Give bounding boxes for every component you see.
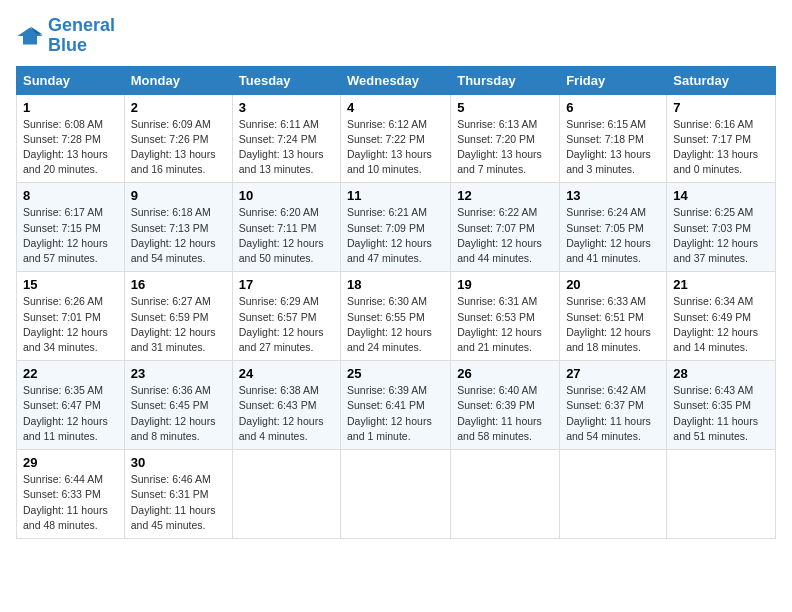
calendar-week-row: 15 Sunrise: 6:26 AM Sunset: 7:01 PM Dayl… [17,272,776,361]
calendar-week-row: 1 Sunrise: 6:08 AM Sunset: 7:28 PM Dayli… [17,94,776,183]
day-number: 25 [347,366,444,381]
logo-text: GeneralBlue [48,16,115,56]
day-number: 29 [23,455,118,470]
day-number: 14 [673,188,769,203]
day-number: 12 [457,188,553,203]
day-number: 6 [566,100,660,115]
day-number: 23 [131,366,226,381]
day-number: 30 [131,455,226,470]
day-detail: Sunrise: 6:34 AM Sunset: 6:49 PM Dayligh… [673,294,769,355]
calendar-week-row: 29 Sunrise: 6:44 AM Sunset: 6:33 PM Dayl… [17,450,776,539]
calendar-cell: 24 Sunrise: 6:38 AM Sunset: 6:43 PM Dayl… [232,361,340,450]
day-detail: Sunrise: 6:25 AM Sunset: 7:03 PM Dayligh… [673,205,769,266]
day-detail: Sunrise: 6:08 AM Sunset: 7:28 PM Dayligh… [23,117,118,178]
day-number: 20 [566,277,660,292]
day-number: 3 [239,100,334,115]
calendar-cell: 4 Sunrise: 6:12 AM Sunset: 7:22 PM Dayli… [341,94,451,183]
day-detail: Sunrise: 6:36 AM Sunset: 6:45 PM Dayligh… [131,383,226,444]
calendar-week-row: 8 Sunrise: 6:17 AM Sunset: 7:15 PM Dayli… [17,183,776,272]
calendar-cell: 20 Sunrise: 6:33 AM Sunset: 6:51 PM Dayl… [560,272,667,361]
calendar-cell: 14 Sunrise: 6:25 AM Sunset: 7:03 PM Dayl… [667,183,776,272]
day-number: 18 [347,277,444,292]
day-detail: Sunrise: 6:42 AM Sunset: 6:37 PM Dayligh… [566,383,660,444]
calendar-cell [667,450,776,539]
day-detail: Sunrise: 6:39 AM Sunset: 6:41 PM Dayligh… [347,383,444,444]
page-header: GeneralBlue [16,16,776,56]
calendar-cell: 3 Sunrise: 6:11 AM Sunset: 7:24 PM Dayli… [232,94,340,183]
calendar-cell: 11 Sunrise: 6:21 AM Sunset: 7:09 PM Dayl… [341,183,451,272]
calendar-cell [341,450,451,539]
day-detail: Sunrise: 6:43 AM Sunset: 6:35 PM Dayligh… [673,383,769,444]
day-number: 22 [23,366,118,381]
calendar-cell: 17 Sunrise: 6:29 AM Sunset: 6:57 PM Dayl… [232,272,340,361]
day-detail: Sunrise: 6:26 AM Sunset: 7:01 PM Dayligh… [23,294,118,355]
calendar-cell: 6 Sunrise: 6:15 AM Sunset: 7:18 PM Dayli… [560,94,667,183]
header-wednesday: Wednesday [341,66,451,94]
calendar-cell: 2 Sunrise: 6:09 AM Sunset: 7:26 PM Dayli… [124,94,232,183]
day-detail: Sunrise: 6:22 AM Sunset: 7:07 PM Dayligh… [457,205,553,266]
day-detail: Sunrise: 6:38 AM Sunset: 6:43 PM Dayligh… [239,383,334,444]
day-number: 1 [23,100,118,115]
calendar-cell: 18 Sunrise: 6:30 AM Sunset: 6:55 PM Dayl… [341,272,451,361]
day-detail: Sunrise: 6:46 AM Sunset: 6:31 PM Dayligh… [131,472,226,533]
day-number: 4 [347,100,444,115]
day-detail: Sunrise: 6:15 AM Sunset: 7:18 PM Dayligh… [566,117,660,178]
day-number: 27 [566,366,660,381]
calendar-week-row: 22 Sunrise: 6:35 AM Sunset: 6:47 PM Dayl… [17,361,776,450]
day-detail: Sunrise: 6:31 AM Sunset: 6:53 PM Dayligh… [457,294,553,355]
calendar-cell: 19 Sunrise: 6:31 AM Sunset: 6:53 PM Dayl… [451,272,560,361]
calendar-cell: 26 Sunrise: 6:40 AM Sunset: 6:39 PM Dayl… [451,361,560,450]
header-friday: Friday [560,66,667,94]
day-detail: Sunrise: 6:30 AM Sunset: 6:55 PM Dayligh… [347,294,444,355]
day-number: 13 [566,188,660,203]
day-number: 5 [457,100,553,115]
calendar-cell: 21 Sunrise: 6:34 AM Sunset: 6:49 PM Dayl… [667,272,776,361]
calendar-cell: 23 Sunrise: 6:36 AM Sunset: 6:45 PM Dayl… [124,361,232,450]
day-detail: Sunrise: 6:44 AM Sunset: 6:33 PM Dayligh… [23,472,118,533]
day-number: 17 [239,277,334,292]
calendar-cell: 9 Sunrise: 6:18 AM Sunset: 7:13 PM Dayli… [124,183,232,272]
calendar-cell [451,450,560,539]
logo: GeneralBlue [16,16,115,56]
day-number: 15 [23,277,118,292]
day-detail: Sunrise: 6:16 AM Sunset: 7:17 PM Dayligh… [673,117,769,178]
calendar-cell: 16 Sunrise: 6:27 AM Sunset: 6:59 PM Dayl… [124,272,232,361]
day-number: 26 [457,366,553,381]
day-detail: Sunrise: 6:33 AM Sunset: 6:51 PM Dayligh… [566,294,660,355]
day-detail: Sunrise: 6:13 AM Sunset: 7:20 PM Dayligh… [457,117,553,178]
day-number: 28 [673,366,769,381]
day-number: 8 [23,188,118,203]
calendar-cell [232,450,340,539]
day-detail: Sunrise: 6:40 AM Sunset: 6:39 PM Dayligh… [457,383,553,444]
day-number: 19 [457,277,553,292]
day-detail: Sunrise: 6:29 AM Sunset: 6:57 PM Dayligh… [239,294,334,355]
day-detail: Sunrise: 6:17 AM Sunset: 7:15 PM Dayligh… [23,205,118,266]
day-detail: Sunrise: 6:24 AM Sunset: 7:05 PM Dayligh… [566,205,660,266]
day-detail: Sunrise: 6:18 AM Sunset: 7:13 PM Dayligh… [131,205,226,266]
calendar-cell: 29 Sunrise: 6:44 AM Sunset: 6:33 PM Dayl… [17,450,125,539]
calendar-cell: 5 Sunrise: 6:13 AM Sunset: 7:20 PM Dayli… [451,94,560,183]
day-number: 16 [131,277,226,292]
header-thursday: Thursday [451,66,560,94]
svg-marker-0 [17,27,42,44]
calendar-cell: 13 Sunrise: 6:24 AM Sunset: 7:05 PM Dayl… [560,183,667,272]
logo-icon [16,22,44,50]
day-detail: Sunrise: 6:11 AM Sunset: 7:24 PM Dayligh… [239,117,334,178]
day-number: 10 [239,188,334,203]
header-tuesday: Tuesday [232,66,340,94]
calendar-table: SundayMondayTuesdayWednesdayThursdayFrid… [16,66,776,539]
calendar-cell: 1 Sunrise: 6:08 AM Sunset: 7:28 PM Dayli… [17,94,125,183]
header-monday: Monday [124,66,232,94]
day-number: 2 [131,100,226,115]
calendar-cell: 15 Sunrise: 6:26 AM Sunset: 7:01 PM Dayl… [17,272,125,361]
calendar-cell: 27 Sunrise: 6:42 AM Sunset: 6:37 PM Dayl… [560,361,667,450]
calendar-cell [560,450,667,539]
day-detail: Sunrise: 6:27 AM Sunset: 6:59 PM Dayligh… [131,294,226,355]
day-detail: Sunrise: 6:09 AM Sunset: 7:26 PM Dayligh… [131,117,226,178]
calendar-cell: 7 Sunrise: 6:16 AM Sunset: 7:17 PM Dayli… [667,94,776,183]
day-detail: Sunrise: 6:12 AM Sunset: 7:22 PM Dayligh… [347,117,444,178]
day-detail: Sunrise: 6:35 AM Sunset: 6:47 PM Dayligh… [23,383,118,444]
day-number: 7 [673,100,769,115]
calendar-cell: 28 Sunrise: 6:43 AM Sunset: 6:35 PM Dayl… [667,361,776,450]
day-number: 11 [347,188,444,203]
